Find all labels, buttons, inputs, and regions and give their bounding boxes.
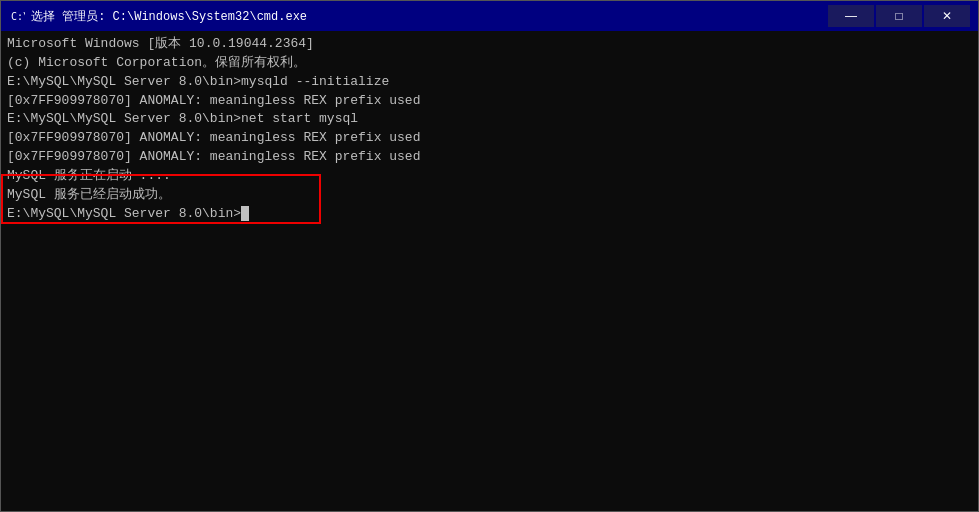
terminal-line: [0x7FF909978070] ANOMALY: meaningless RE… <box>7 129 972 148</box>
terminal-line: MySQL 服务已经启动成功。 <box>7 186 972 205</box>
cmd-icon: C:\ <box>9 8 25 24</box>
title-bar-left: C:\ 选择 管理员: C:\Windows\System32\cmd.exe <box>9 8 307 25</box>
window-controls: — □ ✕ <box>828 5 970 27</box>
svg-text:C:\: C:\ <box>11 11 25 22</box>
title-bar: C:\ 选择 管理员: C:\Windows\System32\cmd.exe … <box>1 1 978 31</box>
window-title: 选择 管理员: C:\Windows\System32\cmd.exe <box>31 8 307 25</box>
terminal-line: E:\MySQL\MySQL Server 8.0\bin>mysqld --i… <box>7 73 972 92</box>
terminal-line: (c) Microsoft Corporation。保留所有权利。 <box>7 54 972 73</box>
cursor <box>241 206 249 221</box>
close-button[interactable]: ✕ <box>924 5 970 27</box>
maximize-button[interactable]: □ <box>876 5 922 27</box>
terminal-line: [0x7FF909978070] ANOMALY: meaningless RE… <box>7 148 972 167</box>
minimize-button[interactable]: — <box>828 5 874 27</box>
terminal-output: Microsoft Windows [版本 10.0.19044.2364](c… <box>7 35 972 223</box>
terminal-line: [0x7FF909978070] ANOMALY: meaningless RE… <box>7 92 972 111</box>
terminal-line: E:\MySQL\MySQL Server 8.0\bin>net start … <box>7 110 972 129</box>
terminal-line: Microsoft Windows [版本 10.0.19044.2364] <box>7 35 972 54</box>
terminal-line: MySQL 服务正在启动 .... <box>7 167 972 186</box>
cmd-window: C:\ 选择 管理员: C:\Windows\System32\cmd.exe … <box>0 0 979 512</box>
terminal-body[interactable]: Microsoft Windows [版本 10.0.19044.2364](c… <box>1 31 978 511</box>
terminal-line: E:\MySQL\MySQL Server 8.0\bin> <box>7 205 972 224</box>
